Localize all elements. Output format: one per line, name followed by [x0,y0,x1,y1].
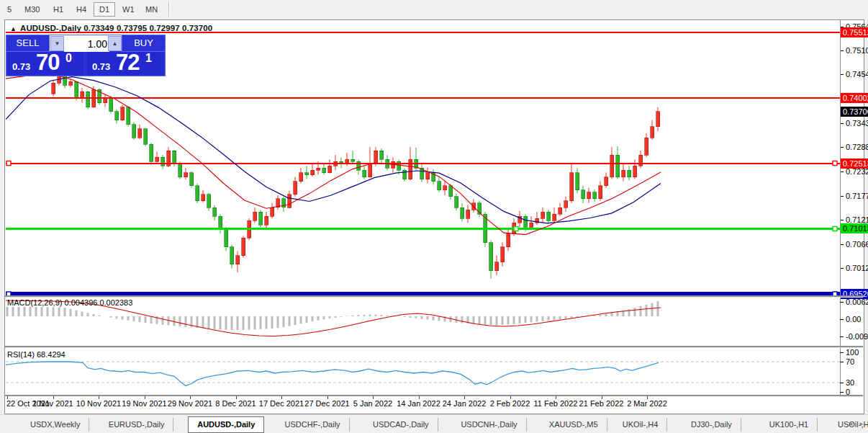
ohlc-values: 0.73349 0.73795 0.72997 0.73700 [83,24,212,32]
macd-scale-tick: -0.009190 [840,331,868,342]
buy-price-sup: 1 [145,52,152,65]
date-label: 2 Feb 2022 [490,399,530,408]
chart-tab-bar: ◄ ► USDX,WeeklyEURUSD-,DailyAUDUSD-,Dail… [0,414,868,433]
spinner-down-icon[interactable]: ▼ [50,36,64,51]
chart-tab-dj30daily[interactable]: DJ30-,Daily [682,418,741,432]
chart-tab-usdcnhdaily[interactable]: USDCNH-,Daily [452,418,526,432]
pane-splitter-macd[interactable] [5,295,863,298]
timeframe-toolbar: 5M30H1H4D1W1MN [0,0,868,19]
date-label: 27 Dec 2021 [304,399,349,408]
buy-price-small: 0.73 [92,61,110,72]
lot-size-input[interactable] [64,35,109,52]
spinner-up-icon[interactable]: ▲ [108,36,122,51]
one-click-trading-panel: SELL ▼ ▲ BUY 0.73 70 0 0.73 72 1 [6,35,166,76]
collapse-arrow-icon[interactable]: ▲ [10,25,17,32]
toolbar-separator [168,1,169,17]
sell-price-small: 0.73 [12,61,30,72]
chart-tab-usdcaddaily[interactable]: USDCAD-,Daily [364,418,438,432]
date-label: 11 Feb 2022 [534,399,578,408]
timeframe-button-mn[interactable]: MN [140,2,163,17]
timeframe-button-5[interactable]: 5 [1,2,17,17]
timeframe-button-h1[interactable]: H1 [48,2,69,17]
chart-tab-usdxweekly[interactable]: USDX,Weekly [22,418,89,432]
price-scale-tick: 0.70660 [840,239,868,249]
date-label: 2 Mar 2022 [627,399,667,408]
date-label: 8 Dec 2021 [215,399,256,408]
date-label: 10 Nov 2021 [76,399,121,408]
sell-price-big: 70 [36,50,59,76]
chart-tab-usoilh1[interactable]: USOil-,H1 [829,418,868,432]
timeframe-button-d1[interactable]: D1 [94,2,115,17]
chart-tab-eurusddaily[interactable]: EURUSD-,Daily [100,418,174,432]
date-label: 5 Jan 2022 [353,399,392,408]
date-label: 29 Nov 2021 [168,399,212,408]
chart-tab-xauusdm5[interactable]: XAUUSD-,M5 [541,418,607,432]
price-label-green: 0.71013 [841,223,868,233]
rsi-scale-tick: 100 [840,347,868,357]
rsi-scale-tick: 0 [840,387,868,397]
chart-title: ▲AUDUSD-,Daily 0.73349 0.73795 0.72997 0… [10,24,212,32]
price-label-red: 0.75512 [841,27,868,37]
timeframe-button-m30[interactable]: M30 [19,2,45,17]
price-scale-tick: 0.70120 [840,263,868,273]
buy-price-display[interactable]: 0.73 72 1 [87,52,164,75]
symbol-period-label: AUDUSD-,Daily [20,24,81,32]
sell-price-sup: 0 [65,52,72,65]
price-scale-tick: 0.74545 [840,69,868,79]
buy-price-big: 72 [116,50,139,76]
macd-scale-tick: 0.006201 [840,297,868,307]
date-label: 1 Nov 2021 [32,399,73,408]
chart-window [4,19,864,414]
chart-tab-uk100h1[interactable]: UK100-,H1 [761,418,818,432]
sell-price-display[interactable]: 0.73 70 0 [7,52,83,75]
date-axis[interactable]: 22 Oct 20211 Nov 202110 Nov 202119 Nov 2… [5,396,840,412]
date-label: 24 Jan 2022 [443,399,487,408]
date-label: 17 Dec 2021 [259,399,304,408]
lot-size-spinner: ▼ ▲ [50,35,122,51]
chart-tab-usdchfdaily[interactable]: USDCHF-,Daily [276,418,350,432]
price-scale-tick: 0.71770 [840,191,868,201]
timeframe-button-h4[interactable]: H4 [71,2,92,17]
price-scale-tick: 0.72880 [840,142,868,152]
rsi-indicator-label: RSI(14) 68.4294 [7,350,65,359]
pane-splitter-rsi[interactable] [5,346,863,348]
price-scale-tick: 0.75100 [840,45,868,55]
macd-scale-tick: 0.00 [840,314,868,324]
price-scale-tick: 0.73435 [840,118,868,128]
chart-tab-ukoilh4[interactable]: UKOil-,H4 [614,418,668,432]
date-label: 19 Nov 2021 [122,399,166,408]
date-label: 14 Jan 2022 [397,399,440,408]
rsi-scale-tick: 70 [840,357,868,367]
timeframe-button-w1[interactable]: W1 [117,2,140,17]
chart-tab-audusddaily[interactable]: AUDUSD-,Daily [188,416,264,433]
price-scale-tick: 0.72325 [840,166,868,177]
macd-indicator-label: MACD(12,26,9) 0.004396 0.002383 [7,298,132,307]
price-label-red: 0.74002 [841,93,868,103]
date-label: 21 Feb 2022 [579,399,624,408]
rsi-scale-tick: 30 [840,378,868,388]
price-label-black: 0.73700 [841,107,868,117]
